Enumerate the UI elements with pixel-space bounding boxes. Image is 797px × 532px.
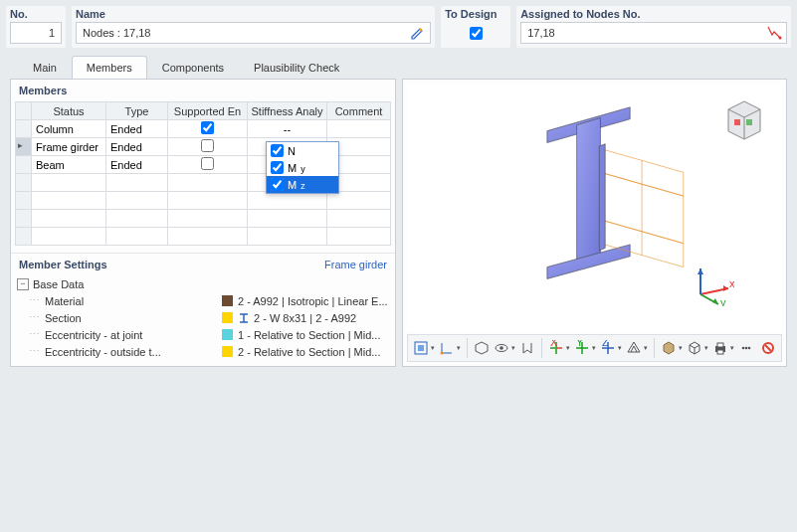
svg-rect-31 [717,343,723,347]
rename-button[interactable] [409,24,427,42]
select-tool-dropdown[interactable]: ▾ [430,344,436,352]
tree-material[interactable]: ⋯ Material 2 - A992 | Isotropic | Linear… [17,292,389,309]
settings-title: Member Settings [19,259,107,270]
col-comment[interactable]: Comment [327,102,391,120]
dropdown-option-n[interactable]: N [267,142,338,159]
svg-marker-22 [476,342,488,354]
pick-nodes-button[interactable] [765,24,783,42]
tree-base-data[interactable]: − Base Data [17,275,389,292]
col-stiffness[interactable]: Stiffness Analy [248,102,327,120]
supported-checkbox[interactable] [201,121,214,134]
eye-view-dropdown[interactable]: ▾ [510,344,516,352]
svg-rect-3 [734,119,740,125]
tab-members[interactable]: Members [72,56,147,79]
no-value[interactable]: 1 [10,22,62,44]
tree-section[interactable]: ⋯ Section 2 - W 8x31 | 2 - A992 [17,309,389,326]
view-xz-button[interactable]: Z [599,337,617,359]
svg-point-0 [779,37,782,40]
i-beam-icon [238,312,249,323]
members-section-header: Members [11,80,395,101]
extras-button[interactable] [737,337,755,359]
tree-ecc-joint[interactable]: ⋯ Eccentricity - at joint 1 - Relative t… [17,326,389,343]
supported-checkbox[interactable] [201,139,214,152]
reset-button[interactable] [759,337,777,359]
svg-point-34 [744,347,747,350]
material-swatch-icon [222,295,233,306]
svg-text:X: X [550,340,558,348]
axis-triad-icon: x y [689,261,734,306]
settings-subtitle: Frame girder [324,259,387,270]
coord-tool-button[interactable] [438,337,456,359]
svg-marker-11 [599,144,605,251]
name-field: Name Nodes : 17,18 [72,6,435,48]
stiffness-dropdown[interactable]: N My Mz [266,141,339,194]
ecc2-swatch-icon [222,346,233,357]
svg-marker-19 [697,268,703,274]
tab-components[interactable]: Components [147,56,239,79]
wireframe-button[interactable] [686,337,703,359]
svg-text:Y: Y [576,340,584,348]
assigned-input[interactable]: 17,18 [520,22,787,44]
assigned-field: Assigned to Nodes No. 17,18 [516,6,791,48]
col-supported[interactable]: Supported En [168,102,248,120]
supported-checkbox[interactable] [201,157,214,170]
table-row[interactable]: Column Ended -- [16,120,391,138]
iso-view-button[interactable] [473,337,491,359]
settings-tree: − Base Data ⋯ Material 2 - A992 | Isotro… [11,275,395,366]
nav-cube-icon[interactable] [716,89,772,145]
col-type[interactable]: Type [106,102,168,120]
view-yz-button[interactable]: Y [573,337,591,359]
svg-text:x: x [729,277,734,289]
members-title: Members [19,85,67,96]
to-design-field: To Design [441,6,510,48]
dropdown-option-mz[interactable]: Mz [267,176,338,193]
tab-main[interactable]: Main [18,56,72,79]
svg-point-21 [441,352,444,355]
view-xy-button[interactable]: X [547,337,565,359]
walkthrough-button[interactable] [518,337,536,359]
svg-marker-28 [664,342,674,354]
svg-point-24 [499,346,503,350]
no-field: No. 1 [6,6,66,48]
svg-point-33 [741,347,744,350]
edit-icon [410,25,426,41]
to-design-checkbox[interactable] [470,27,483,40]
settings-header: Member Settings Frame girder [11,254,395,275]
svg-point-35 [747,347,750,350]
section-swatch-icon [222,312,233,323]
svg-text:y: y [720,296,726,306]
col-status[interactable]: Status [32,102,106,120]
pick-icon [766,25,782,41]
dropdown-option-my[interactable]: My [267,159,338,176]
svg-marker-5 [577,118,601,268]
coord-tool-dropdown[interactable]: ▾ [456,344,462,352]
name-input[interactable]: Nodes : 17,18 [76,22,431,44]
no-label: No. [10,8,62,20]
to-design-label: To Design [445,8,506,20]
ecc-swatch-icon [222,329,233,340]
select-tool-button[interactable] [412,337,430,359]
3d-viewer[interactable]: x y [407,84,782,332]
svg-marker-13 [723,285,728,291]
tree-ecc-outside[interactable]: ⋯ Eccentricity - outside t... 2 - Relati… [17,343,389,360]
col-handle [16,102,32,120]
svg-text:Z: Z [602,340,609,348]
collapse-toggle[interactable]: − [17,278,29,290]
tab-plausibility[interactable]: Plausibility Check [239,56,354,79]
perspective-button[interactable] [625,337,643,359]
svg-rect-2 [746,119,752,125]
name-label: Name [76,8,431,20]
tab-bar: Main Members Components Plausibility Che… [6,56,791,79]
eye-view-button[interactable] [493,337,510,359]
solid-view-button[interactable] [660,337,678,359]
print-button[interactable] [711,337,729,359]
viewer-toolbar: ▾ ▾ ▾ X ▾ Y ▾ Z ▾ ▾ ▾ [407,334,782,362]
svg-rect-32 [717,350,723,354]
assigned-label: Assigned to Nodes No. [520,8,787,20]
